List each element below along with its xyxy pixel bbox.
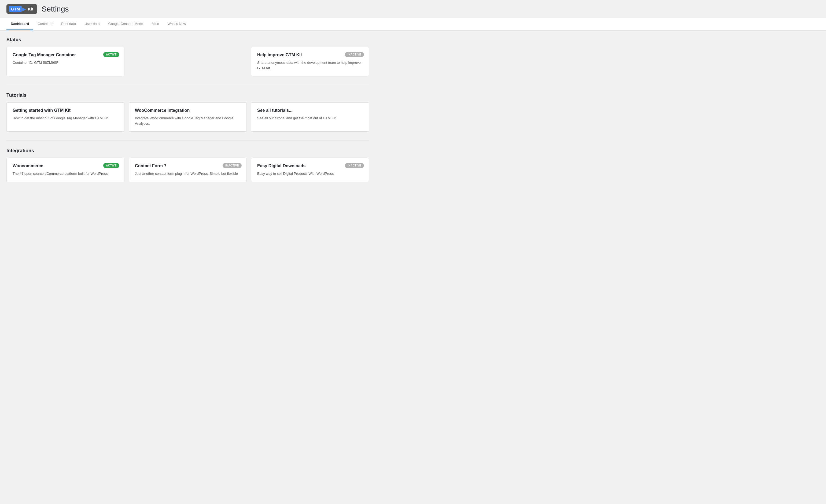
nav-tabs: Dashboard Container Post data User data … [0,18,826,30]
tab-post-data[interactable]: Post data [57,18,80,30]
status-cards-grid: Google Tag Manager Container ACTIVE Cont… [6,47,369,76]
tab-whats-new[interactable]: What's New [163,18,190,30]
badge-inactive-help: INACTIVE [345,52,364,57]
card-help-improve: Help improve GTM Kit INACTIVE Share anon… [251,47,369,76]
badge-inactive-cf7: INACTIVE [223,163,242,168]
page-title: Settings [42,5,69,13]
section-divider-tutorials [6,85,369,85]
card-woocommerce-desc: The #1 open source eCommerce platform bu… [13,171,118,176]
card-see-all-tutorials[interactable]: See all tutorials... See all our tutoria… [251,103,369,132]
card-see-all-tutorials-title: See all tutorials... [257,108,363,113]
card-woocommerce-integration[interactable]: WooCommerce integration Integrate WooCom… [129,103,247,132]
status-empty-col [129,47,247,76]
card-woocommerce-integration-desc: Integrate WooCommerce with Google Tag Ma… [135,116,241,126]
tutorials-section-title: Tutorials [6,92,369,98]
card-contact-form-7: Contact Form 7 INACTIVE Just another con… [129,158,247,182]
tutorials-cards-grid: Getting started with GTM Kit How to get … [6,103,369,132]
card-woocommerce-title: Woocommerce [13,164,118,168]
card-see-all-tutorials-desc: See all our tutorial and get the most ou… [257,116,363,121]
status-section-title: Status [6,37,369,43]
tab-google-consent-mode[interactable]: Google Consent Mode [104,18,148,30]
card-getting-started-title: Getting started with GTM Kit [13,108,118,113]
logo-gtm-text: GTM [9,6,22,12]
card-help-improve-desc: Share anonymous data with the developmen… [257,60,363,70]
card-contact-form-7-desc: Just another contact form plugin for Wor… [135,171,241,176]
tab-dashboard[interactable]: Dashboard [6,18,33,30]
integrations-cards-grid: Woocommerce ACTIVE The #1 open source eC… [6,158,369,182]
status-section: Status Google Tag Manager Container ACTI… [6,37,369,76]
integrations-section-title: Integrations [6,148,369,153]
header: GTM ▶ Kit Settings [0,0,826,18]
badge-active-woocommerce: ACTIVE [103,163,119,168]
card-gtm-container-title: Google Tag Manager Container [13,53,118,57]
card-getting-started[interactable]: Getting started with GTM Kit How to get … [6,103,124,132]
badge-active-gtm: ACTIVE [103,52,119,57]
section-divider-integrations [6,140,369,140]
card-gtm-container-desc: Container ID: GTM-58ZM9SF [13,60,118,65]
card-easy-digital-downloads: Easy Digital Downloads INACTIVE Easy way… [251,158,369,182]
badge-inactive-edd: INACTIVE [345,163,364,168]
card-easy-digital-downloads-desc: Easy way to sell Digital Products With W… [257,171,363,176]
card-getting-started-desc: How to get the most out of Google Tag Ma… [13,116,118,121]
main-content: Status Google Tag Manager Container ACTI… [0,30,375,197]
integrations-section: Integrations Woocommerce ACTIVE The #1 o… [6,148,369,182]
tab-container[interactable]: Container [33,18,57,30]
card-woocommerce-integration-title: WooCommerce integration [135,108,241,113]
tab-misc[interactable]: Misc [148,18,163,30]
logo: GTM ▶ Kit [6,4,37,14]
logo-kit-text: Kit [26,6,35,12]
logo-arrow-icon: ▶ [22,6,26,12]
card-gtm-container: Google Tag Manager Container ACTIVE Cont… [6,47,124,76]
tutorials-section: Tutorials Getting started with GTM Kit H… [6,92,369,132]
tab-user-data[interactable]: User data [80,18,104,30]
card-woocommerce: Woocommerce ACTIVE The #1 open source eC… [6,158,124,182]
